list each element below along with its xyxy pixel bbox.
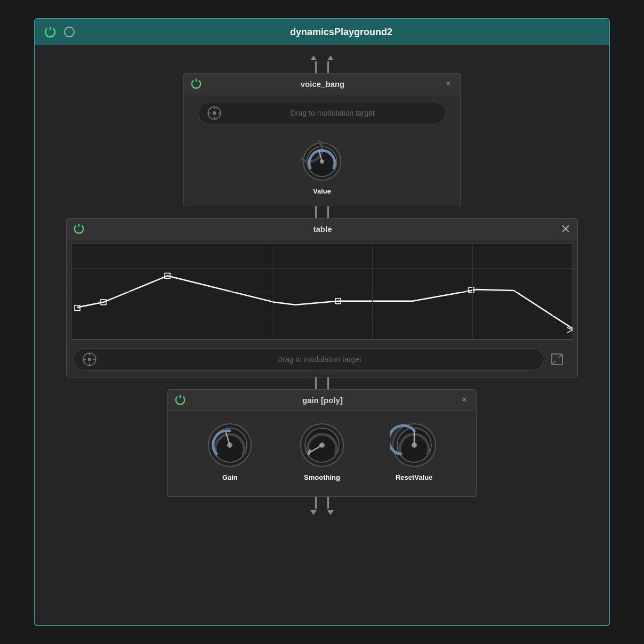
v-line-8 — [327, 497, 329, 509]
table-drag-bar[interactable]: Drag to modulation target — [73, 348, 544, 371]
resetvalue-knob-label: ResetValue — [396, 473, 432, 481]
mid-lines-2 — [315, 377, 329, 389]
top-lines — [315, 61, 329, 73]
smoothing-knob-item: Smoothing — [298, 421, 346, 481]
svg-point-18 — [88, 358, 91, 361]
compass-icon-table — [82, 352, 97, 367]
power-icon-gain[interactable] — [174, 394, 186, 406]
power-icon[interactable] — [44, 26, 57, 38]
voice-bang-header: voice_bang × — [184, 74, 460, 94]
value-knob-label: Value — [313, 187, 331, 195]
table-graph-area — [67, 239, 577, 344]
grid-h-1 — [71, 268, 573, 269]
power-icon-voice-bang[interactable] — [190, 78, 202, 90]
bottom-lines — [315, 497, 329, 509]
grid-h-3 — [71, 316, 573, 316]
voice-bang-knob-section: Value — [184, 132, 460, 206]
gain-window: gain [poly] × Gain — [167, 389, 477, 497]
voice-bang-window: voice_bang × Drag to modulation target — [183, 73, 461, 206]
voice-bang-title: voice_bang — [207, 79, 438, 88]
gain-knob-svg[interactable] — [206, 421, 254, 469]
bottom-arrows — [310, 510, 334, 515]
gain-knob-item: Gain — [206, 421, 254, 481]
gain-knob-label: Gain — [222, 473, 238, 481]
grid-h-2 — [71, 292, 573, 292]
table-graph[interactable] — [71, 244, 573, 340]
resetvalue-knob-svg[interactable] — [390, 421, 438, 469]
main-window: dynamicsPlayground2 voice_bang × — [34, 18, 610, 626]
arrow-down-1 — [310, 510, 317, 515]
value-knob-svg[interactable] — [301, 140, 343, 183]
gain-close[interactable]: × — [459, 395, 470, 405]
arrow-up-1 — [310, 55, 317, 60]
voice-bang-drag-bar[interactable]: Drag to modulation target — [198, 102, 446, 124]
table-close[interactable] — [560, 223, 571, 234]
gain-knobs-row: Gain Smoothing — [168, 410, 476, 496]
v-line-7 — [315, 497, 317, 509]
smoothing-knob-label: Smoothing — [304, 473, 340, 481]
title-bar: dynamicsPlayground2 — [35, 19, 609, 45]
svg-point-6 — [213, 112, 216, 115]
v-line-2 — [327, 61, 329, 73]
table-title: table — [90, 224, 555, 234]
table-window: table — [66, 218, 578, 377]
svg-point-0 — [65, 27, 74, 37]
arrow-down-2 — [327, 510, 334, 515]
v-line-4 — [327, 206, 329, 218]
table-drag-bar-container: Drag to modulation target — [67, 344, 577, 377]
expand-icon[interactable] — [550, 352, 565, 367]
voice-bang-drag-text: Drag to modulation target — [228, 109, 437, 117]
voice-bang-value-knob: Value — [301, 140, 343, 195]
top-arrows — [310, 55, 334, 60]
smoothing-knob-svg[interactable] — [298, 421, 346, 469]
undo-icon[interactable] — [63, 26, 76, 38]
gain-title: gain [poly] — [191, 396, 454, 405]
main-content: voice_bang × Drag to modulation target — [35, 45, 609, 625]
table-close-icon — [561, 224, 570, 234]
compass-icon-voice-bang — [207, 106, 222, 120]
v-line-1 — [315, 61, 317, 73]
main-window-title: dynamicsPlayground2 — [82, 27, 600, 38]
v-line-5 — [315, 377, 317, 389]
arrow-up-2 — [327, 55, 334, 60]
resetvalue-knob-item: ResetValue — [390, 421, 438, 481]
mid-lines-1 — [315, 206, 329, 218]
gain-header: gain [poly] × — [168, 390, 476, 410]
v-line-3 — [315, 206, 317, 218]
table-header: table — [67, 219, 577, 239]
v-line-6 — [327, 377, 329, 389]
power-icon-table[interactable] — [73, 223, 85, 235]
voice-bang-close[interactable]: × — [443, 78, 454, 89]
table-drag-text: Drag to modulation target — [103, 355, 535, 364]
